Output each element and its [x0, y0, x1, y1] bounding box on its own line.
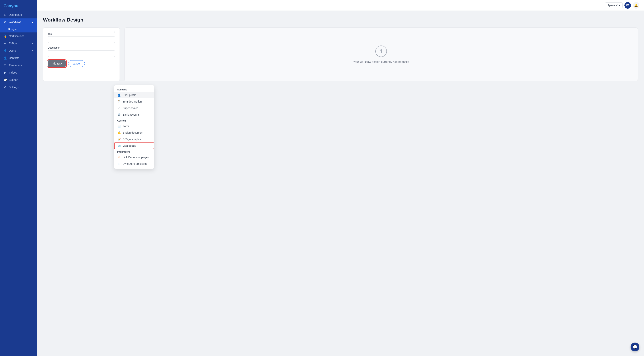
dropdown-item-sync-xero[interactable]: ● Sync Xero employee — [114, 161, 154, 167]
sidebar-item-label: Settings — [9, 86, 18, 89]
sidebar-item-videos[interactable]: ▶ Videos — [0, 69, 37, 76]
sidebar-item-label: Support — [9, 78, 18, 81]
page-title: Workflow Design — [43, 17, 638, 23]
title-input[interactable] — [48, 36, 115, 43]
sidebar-item-label: Certifications — [9, 35, 24, 38]
sidebar-item-label: E-Sign — [9, 42, 17, 45]
brand-logo: Canyou. — [0, 0, 37, 11]
visa-details-icon: 🪪 — [117, 144, 121, 147]
task-dropdown: Standard 👤 User profile 📋 TFN declaratio… — [114, 85, 154, 169]
chevron-down-icon: ▾ — [619, 4, 620, 7]
user-profile-icon: 👤 — [117, 93, 121, 97]
description-label: Description — [48, 46, 115, 49]
sidebar-item-support[interactable]: 💬 Support — [0, 76, 37, 84]
sidebar-item-label: Reminders — [9, 64, 22, 67]
form-icon: 📄 — [117, 124, 121, 128]
videos-icon: ▶ — [4, 71, 7, 74]
sidebar-item-certifications[interactable]: 🏅 Certifications — [0, 33, 37, 40]
sidebar-item-label: Contacts — [9, 57, 20, 60]
description-input[interactable] — [48, 50, 115, 57]
standard-section-label: Standard — [114, 87, 154, 92]
sidebar: Canyou. ⊞ Dashboard ⊕ Workflows ▲ Design… — [0, 0, 37, 356]
card-menu-icon[interactable]: ⋮ — [113, 30, 116, 35]
workflows-icon: ⊕ — [4, 20, 7, 24]
chat-fab-button[interactable]: 💬 — [630, 342, 640, 351]
empty-state-message: Your workflow design currently has no ta… — [353, 60, 409, 63]
content-area: Workflow Design ⋮ Title Description Add … — [37, 11, 644, 356]
sidebar-item-label: Workflows — [9, 21, 21, 24]
chevron-icon: ▲ — [31, 21, 34, 23]
workflow-right-panel: ℹ Your workflow design currently has no … — [124, 28, 638, 81]
description-group: Description — [48, 46, 115, 57]
sidebar-item-label: Dashboard — [9, 13, 22, 16]
sidebar-item-label: Videos — [9, 71, 17, 74]
form-actions: Add task cancel — [48, 60, 115, 67]
esign-document-icon: ✍ — [117, 131, 121, 134]
title-label: Title — [48, 32, 115, 35]
dropdown-item-label: E-Sign template — [122, 138, 142, 141]
super-choice-icon: ☑ — [117, 106, 121, 110]
add-task-button[interactable]: Add task — [48, 60, 66, 67]
integrations-section-label: Integrations — [114, 149, 154, 154]
dashboard-icon: ⊞ — [4, 13, 7, 17]
custom-section-label: Custom — [114, 118, 154, 123]
dropdown-item-user-profile[interactable]: 👤 User profile — [114, 92, 154, 98]
dropdown-item-visa-details[interactable]: 🪪 Visa details — [114, 143, 154, 149]
tfn-icon: 📋 — [117, 100, 121, 103]
esign-template-icon: 📝 — [117, 138, 121, 141]
info-icon: ℹ — [375, 46, 387, 57]
sidebar-item-reminders[interactable]: ☐ Reminders — [0, 62, 37, 69]
avatar-initials: FJ — [626, 4, 629, 7]
bank-account-icon: 🏦 — [117, 113, 121, 116]
sidebar-item-label: Designs — [8, 28, 17, 31]
contacts-icon: 👤 — [4, 56, 7, 60]
sidebar-item-contacts[interactable]: 👤 Contacts — [0, 54, 37, 62]
xero-icon: ● — [117, 162, 121, 166]
reminders-icon: ☐ — [4, 64, 7, 67]
dropdown-item-form[interactable]: 📄 Form — [114, 123, 154, 129]
dropdown-item-esign-document[interactable]: ✍ E-Sign document — [114, 129, 154, 136]
brand-name: Canyou — [4, 4, 18, 8]
sidebar-item-designs[interactable]: Designs — [0, 26, 37, 33]
dropdown-item-super-choice[interactable]: ☑ Super choice — [114, 105, 154, 111]
settings-icon: ⚙ — [4, 86, 7, 89]
space-name: Space X — [607, 4, 618, 7]
dropdown-item-label: E-Sign document — [122, 131, 143, 134]
cancel-button[interactable]: cancel — [68, 60, 85, 67]
sidebar-item-esign[interactable]: ✏ E-Sign ▾ — [0, 40, 37, 47]
notification-bell-icon[interactable]: 🔔 — [633, 2, 640, 9]
sidebar-item-dashboard[interactable]: ⊞ Dashboard — [0, 11, 37, 19]
sidebar-item-workflows[interactable]: ⊕ Workflows ▲ — [0, 19, 37, 26]
users-icon: 👤 — [4, 49, 7, 53]
chevron-icon: ▾ — [32, 50, 34, 52]
brand-dot: . — [18, 4, 20, 8]
sidebar-item-users[interactable]: 👤 Users ▾ — [0, 47, 37, 54]
support-icon: 💬 — [4, 78, 7, 82]
dropdown-item-label: User profile — [122, 94, 136, 97]
sidebar-nav: ⊞ Dashboard ⊕ Workflows ▲ Designs 🏅 Cert… — [0, 11, 37, 356]
dropdown-item-bank-account[interactable]: 🏦 Bank account — [114, 111, 154, 118]
chevron-icon: ▾ — [32, 42, 34, 45]
topbar: Space X ▾ FJ 🔔 — [37, 0, 644, 11]
workflow-container: ⋮ Title Description Add task cancel Stan… — [43, 28, 638, 81]
dropdown-item-label: Sync Xero employee — [122, 162, 148, 165]
avatar[interactable]: FJ — [624, 2, 631, 9]
title-group: Title — [48, 32, 115, 43]
deputy-icon: ✳ — [117, 156, 121, 159]
dropdown-item-label: Visa details — [122, 144, 136, 147]
dropdown-item-link-deputy[interactable]: ✳ Link Deputy employee — [114, 154, 154, 161]
sidebar-item-label: Users — [9, 49, 16, 52]
dropdown-item-esign-template[interactable]: 📝 E-Sign template — [114, 136, 154, 143]
esign-icon: ✏ — [4, 42, 7, 45]
workflow-form-card: ⋮ Title Description Add task cancel — [43, 28, 120, 81]
dropdown-item-label: Link Deputy employee — [122, 156, 149, 159]
dropdown-item-label: Form — [122, 125, 129, 128]
main-area: Space X ▾ FJ 🔔 Workflow Design ⋮ Title D… — [37, 0, 644, 356]
sidebar-item-settings[interactable]: ⚙ Settings — [0, 84, 37, 91]
dropdown-item-tfn[interactable]: 📋 TFN declaration — [114, 98, 154, 105]
dropdown-item-label: Super choice — [122, 107, 138, 110]
certifications-icon: 🏅 — [4, 34, 7, 38]
space-selector[interactable]: Space X ▾ — [605, 3, 622, 8]
dropdown-item-label: Bank account — [122, 113, 139, 116]
dropdown-item-label: TFN declaration — [122, 100, 142, 103]
